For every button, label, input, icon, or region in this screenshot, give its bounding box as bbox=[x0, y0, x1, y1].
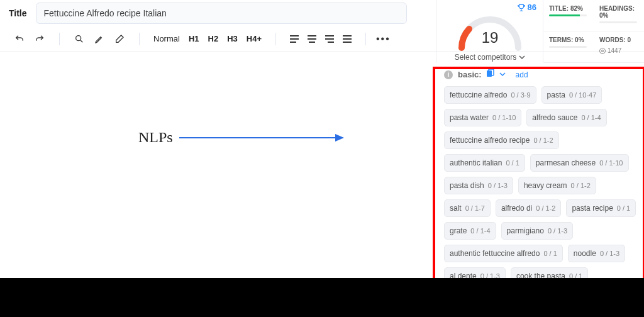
align-left-icon[interactable] bbox=[287, 33, 301, 45]
divider bbox=[275, 33, 276, 45]
term-chip[interactable]: parmesan cheese0 / 1-10 bbox=[530, 154, 629, 172]
format-h4plus[interactable]: H4+ bbox=[244, 34, 264, 43]
divider bbox=[59, 33, 60, 45]
term-chip[interactable]: fettuccine alfredo0 / 3-9 bbox=[444, 86, 536, 104]
highlighter-icon[interactable] bbox=[91, 31, 108, 47]
term-chip[interactable]: noodle0 / 1-3 bbox=[568, 245, 625, 262]
black-bar bbox=[0, 278, 644, 317]
metric-headings: HEADINGS: 0% bbox=[594, 0, 644, 31]
select-competitors-dropdown[interactable]: Select competitors bbox=[455, 53, 526, 62]
format-h1[interactable]: H1 bbox=[186, 34, 202, 43]
eraser-icon[interactable] bbox=[111, 31, 128, 47]
term-chip[interactable]: pasta water0 / 1-10 bbox=[444, 109, 521, 126]
term-chip[interactable]: alfredo di0 / 1-2 bbox=[496, 199, 562, 217]
term-chip[interactable]: grate0 / 1-4 bbox=[444, 222, 496, 240]
nlp-group-label: basic: bbox=[458, 70, 482, 79]
align-right-icon[interactable] bbox=[323, 33, 336, 45]
metric-title: TITLE: 82% bbox=[543, 0, 594, 31]
chevron-down-icon bbox=[519, 54, 525, 60]
term-chip[interactable]: alfredo sauce0 / 1-4 bbox=[526, 109, 606, 126]
copy-icon[interactable] bbox=[487, 69, 494, 80]
divider bbox=[365, 33, 366, 45]
term-chip[interactable]: pasta dish0 / 1-3 bbox=[444, 177, 513, 194]
metric-terms: TERMS: 0% bbox=[543, 31, 594, 63]
term-chip[interactable]: authentic fettuccine alfredo0 / 1 bbox=[444, 245, 563, 262]
add-term-link[interactable]: add bbox=[516, 70, 528, 79]
term-chip[interactable]: parmigiano0 / 1-3 bbox=[501, 222, 574, 240]
term-chip[interactable]: pasta recipe0 / 1 bbox=[566, 199, 636, 217]
trophy-value: 86 bbox=[528, 3, 536, 12]
gauge-score-value: 19 bbox=[455, 29, 525, 47]
chevron-down-icon[interactable] bbox=[499, 71, 506, 79]
format-normal[interactable]: Normal bbox=[151, 34, 182, 43]
svg-point-0 bbox=[76, 35, 81, 40]
term-chip[interactable]: authentic italian0 / 1 bbox=[444, 154, 525, 172]
undo-button[interactable] bbox=[11, 31, 28, 47]
term-chip[interactable]: pasta0 / 10-47 bbox=[541, 86, 602, 104]
divider bbox=[139, 33, 140, 45]
format-h2[interactable]: H2 bbox=[206, 34, 221, 43]
term-chip[interactable]: salt0 / 1-7 bbox=[444, 199, 491, 217]
more-options-button[interactable]: ••• bbox=[371, 33, 396, 45]
nlp-terms-panel: i basic: add fettuccine alfredo0 / 3-9pa… bbox=[436, 63, 644, 291]
align-center-icon[interactable] bbox=[305, 33, 319, 45]
term-chip[interactable]: fettuccine alfredo recipe0 / 1-2 bbox=[444, 131, 559, 149]
right-panel: 86 19 Select competitors TITLE: 82% HEAD… bbox=[436, 0, 644, 291]
arrow-icon bbox=[179, 137, 343, 138]
align-justify-icon[interactable] bbox=[340, 33, 354, 45]
title-label: Title bbox=[0, 8, 36, 18]
annotation-nlps: NLPs bbox=[138, 129, 343, 146]
score-gauge: 19 bbox=[455, 10, 525, 54]
redo-button[interactable] bbox=[31, 31, 48, 47]
format-h3[interactable]: H3 bbox=[225, 34, 240, 43]
term-chip[interactable]: heavy cream0 / 1-2 bbox=[518, 177, 596, 194]
info-icon[interactable]: i bbox=[444, 70, 453, 79]
target-icon bbox=[599, 48, 606, 54]
editor-body[interactable] bbox=[0, 52, 436, 278]
search-icon[interactable] bbox=[71, 31, 87, 47]
title-input[interactable] bbox=[36, 3, 407, 24]
metric-words: WORDS: 0 1447 bbox=[594, 31, 644, 63]
